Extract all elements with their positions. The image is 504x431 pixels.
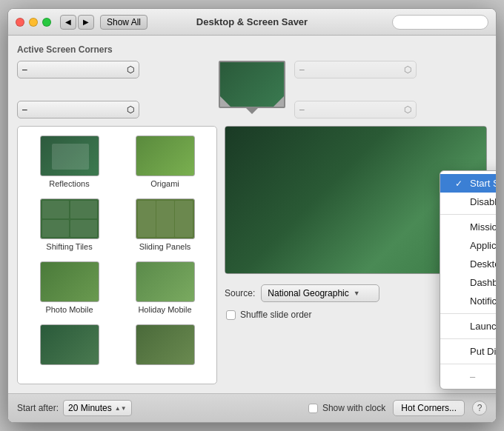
dropdown-item-label: Launchpad [470,321,497,332]
source-label: Source: [225,288,255,298]
titlebar: ◀ ▶ Show All Desktop & Screen Saver [8,9,496,36]
source-arrow-icon: ▼ [354,290,360,297]
minimize-button[interactable] [29,18,38,27]
section-label: Active Screen Corners [17,44,487,55]
right-corners: – ⬡ – ⬡ [294,61,487,118]
dropdown-item-launchpad[interactable]: Launchpad [440,317,497,335]
show-clock-checkbox[interactable] [308,404,318,413]
saver-name-reflections: Reflections [49,179,89,188]
top-left-corner[interactable]: – ⬡ [17,61,139,78]
saver-grid: Reflections Origami Shifting Tiles [21,130,213,374]
shuffle-checkbox[interactable] [226,310,236,320]
start-after-arrow-icon: ▲▼ [115,405,127,412]
source-select[interactable]: National Geographic ▼ [261,284,379,302]
saver-thumb-origami [136,136,195,176]
saver-thumb-more1 [40,324,99,365]
dropdown-separator [440,364,497,364]
saver-list[interactable]: Reflections Origami Shifting Tiles [17,126,217,384]
nav-arrows: ◀ ▶ [60,15,94,30]
start-after-value: 20 Minutes [68,403,112,413]
hot-corners-area: – ⬡ – ⬡ – ⬡ [17,61,487,118]
dropdown-item-dashboard[interactable]: Dashboard [440,273,497,292]
preview-thumbnail [219,61,285,108]
main-window: ◀ ▶ Show All Desktop & Screen Saver Acti… [7,8,497,423]
show-clock-label: Show with clock [322,403,385,413]
saver-item-sliding-panels[interactable]: Sliding Panels [119,196,210,254]
maximize-button[interactable] [42,18,51,27]
saver-name-photo-mobile: Photo Mobile [45,305,93,314]
preview-center [219,61,285,114]
saver-name-holiday-mobile: Holiday Mobile [138,305,191,314]
dropdown-item-desktop[interactable]: Desktop [440,255,497,273]
bottom-left-corner[interactable]: – ⬡ [17,101,139,118]
dropdown-item-label: – [470,371,475,382]
dropdown-item-label: Notification Center [470,295,497,307]
dropdown-separator [440,214,497,215]
saver-thumb-shifting [40,198,99,239]
search-input[interactable] [392,15,488,30]
show-clock-row: Show with clock [308,403,385,413]
dropdown-item-notification-center[interactable]: Notification Center [440,292,497,310]
help-button[interactable]: ? [472,401,487,415]
bottom-bar: Start after: 20 Minutes ▲▼ Show with clo… [8,393,496,422]
show-all-button[interactable]: Show All [100,15,147,30]
corner-arrow: ⬡ [127,104,134,115]
hot-corners-button[interactable]: Hot Corners... [393,400,465,416]
saver-item-origami[interactable]: Origami [119,133,210,191]
corner-dropdown[interactable]: ✓ Start Screen Saver Disable Screen Save… [440,170,497,390]
bottom-right-corner[interactable]: – ⬡ [294,101,417,118]
close-button[interactable] [16,18,24,27]
saver-name-origami: Origami [150,179,179,188]
saver-item-photo-mobile[interactable]: Photo Mobile [24,258,115,317]
saver-thumb-sliding [136,198,195,239]
saver-thumb-holiday-mobile [136,261,195,302]
content-area: Active Screen Corners – ⬡ – ⬡ [8,36,496,393]
saver-item-more1[interactable] [24,321,115,371]
dropdown-item-put-display-to-sleep[interactable]: Put Display to Sleep [440,342,497,361]
dropdown-separator [440,338,497,339]
corner-arrow: ⬡ [127,64,134,75]
saver-name-shifting-tiles: Shifting Tiles [46,242,92,251]
dropdown-arrow [246,108,258,114]
dropdown-item-label: Disable Screen Saver [470,196,497,207]
saver-thumb-photo-mobile [40,261,99,302]
dropdown-separator [440,313,497,314]
dropdown-item-label: Desktop [470,258,497,270]
saver-item-holiday-mobile[interactable]: Holiday Mobile [119,258,210,317]
nav-forward-button[interactable]: ▶ [78,15,94,30]
dropdown-item-disable-screen-saver[interactable]: Disable Screen Saver [440,193,497,211]
saver-item-shifting-tiles[interactable]: Shifting Tiles [24,196,115,254]
dropdown-item-label: Dashboard [470,277,497,288]
shuffle-label: Shuffle slide order [240,310,312,320]
dropdown-item-label: Start Screen Saver [470,178,497,189]
dropdown-item-label: Mission Control [470,221,497,233]
top-right-corner[interactable]: – ⬡ [294,61,417,78]
start-after-label: Start after: [17,403,59,413]
saver-item-reflections[interactable]: Reflections [24,133,115,191]
dropdown-item-dash[interactable]: – [440,367,497,386]
dropdown-item-label: Application Windows [470,240,497,251]
dropdown-item-mission-control[interactable]: Mission Control [440,218,497,236]
saver-item-more2[interactable] [119,321,210,371]
nav-back-button[interactable]: ◀ [60,15,76,30]
right-panel: Source: National Geographic ▼ Shuffle sl… [225,126,487,384]
saver-thumb-reflections [40,136,99,176]
saver-thumb-more2 [136,324,195,365]
saver-name-sliding-panels: Sliding Panels [139,242,191,251]
main-area: Reflections Origami Shifting Tiles [17,126,487,384]
left-corners: – ⬡ – ⬡ [17,61,210,118]
dropdown-item-application-windows[interactable]: Application Windows [440,236,497,255]
traffic-lights [16,18,51,27]
check-icon: ✓ [455,178,465,189]
dropdown-item-start-screen-saver[interactable]: ✓ Start Screen Saver [440,174,497,193]
window-title: Desktop & Screen Saver [196,16,308,27]
start-after-row: Start after: 20 Minutes ▲▼ [17,400,132,416]
dropdown-item-label: Put Display to Sleep [470,346,497,357]
source-value: National Geographic [268,288,348,298]
start-after-select[interactable]: 20 Minutes ▲▼ [63,400,132,416]
